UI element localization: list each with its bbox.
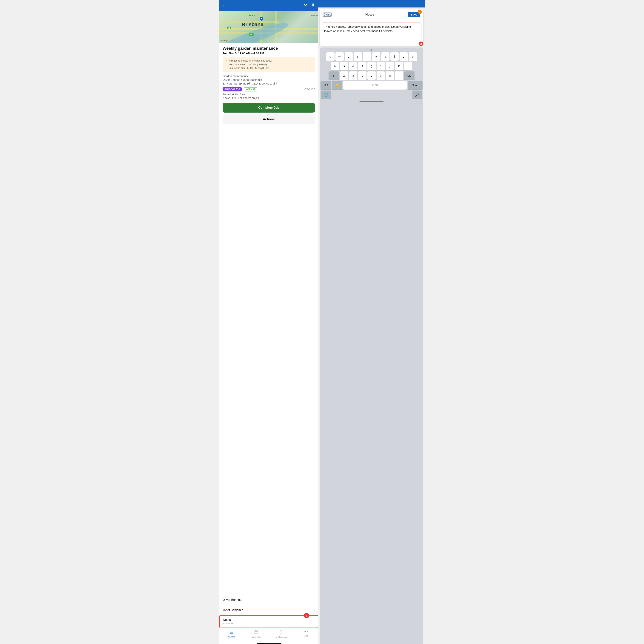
key-j[interactable]: j xyxy=(386,62,394,70)
apple-maps-label: Maps Legal xyxy=(221,39,233,42)
key-q[interactable]: q xyxy=(326,52,335,61)
agenda-label: Agenda xyxy=(228,636,235,638)
keyboard-bottom-row: 🌐 🎤 xyxy=(321,90,423,99)
contact-row-oliver[interactable]: Oliver Bennett › xyxy=(219,595,318,605)
badge-2: 2 xyxy=(419,41,423,46)
key-n[interactable]: n xyxy=(386,71,394,80)
key-d[interactable]: d xyxy=(349,62,357,70)
note-textarea[interactable] xyxy=(322,22,421,43)
key-i[interactable]: i xyxy=(390,52,399,61)
notifications-icon xyxy=(279,630,283,635)
svg-rect-1 xyxy=(255,631,258,634)
key-g[interactable]: g xyxy=(367,62,376,70)
right-panel: Close Notes Save 3 2 I K H q w e r t y xyxy=(318,0,425,644)
priority-badge: NORMAL xyxy=(244,87,257,91)
key-k[interactable]: k xyxy=(395,62,403,70)
key-c[interactable]: c xyxy=(358,71,366,80)
key-emoji[interactable]: 😊 xyxy=(332,81,342,90)
local-time-text: Your local time: 11:00 AM (GMT+7) xyxy=(229,63,272,66)
timezone-warning: ⚠ This job is located in another time zo… xyxy=(223,57,315,72)
notes-label: Notes xyxy=(223,618,233,622)
badge-3: 3 xyxy=(418,10,422,14)
keyboard-hints: I K H xyxy=(321,49,423,52)
job-address: 33 North St, Spring Hill QLD 4000, Austr… xyxy=(223,82,315,85)
key-x[interactable]: x xyxy=(349,71,357,80)
key-globe[interactable]: 🌐 xyxy=(321,90,331,99)
timezone-warning-text: This job is located in another time zone… xyxy=(229,59,272,63)
key-microphone[interactable]: 🎤 xyxy=(412,90,422,99)
hint-k: K xyxy=(370,49,372,51)
agenda-icon: ▤ xyxy=(230,630,234,635)
chevron-right-icon-janet: › xyxy=(314,608,315,612)
map-badge-m3: M3 xyxy=(249,33,254,36)
key-s[interactable]: s xyxy=(340,62,348,70)
top-bar: ← xyxy=(219,0,318,11)
key-u[interactable]: u xyxy=(381,52,389,61)
region-time-text: Job region time: 14:00 PM (GMT+10) xyxy=(229,66,272,70)
keyboard-home-indicator xyxy=(359,101,384,101)
key-y[interactable]: y xyxy=(372,52,380,61)
key-h[interactable]: h xyxy=(377,62,385,70)
left-panel: ← Ter xyxy=(219,0,318,644)
warning-icon: ⚠ xyxy=(225,59,227,63)
map-label-terrace: Terrace xyxy=(248,14,255,16)
contact-row-janet[interactable]: Janet Benjamin › xyxy=(219,605,318,615)
key-e[interactable]: e xyxy=(345,52,353,61)
notes-row[interactable]: Notes Add note › 1 xyxy=(219,615,318,628)
attach-icon[interactable] xyxy=(311,3,315,9)
key-r[interactable]: r xyxy=(354,52,362,61)
notifications-label: Notifications xyxy=(275,636,287,638)
back-icon[interactable]: ← xyxy=(223,3,227,8)
contact-name-oliver: Oliver Bennett xyxy=(223,598,241,602)
modal-save-button[interactable]: Save 3 xyxy=(408,12,420,17)
key-m[interactable]: m xyxy=(395,71,403,80)
bottom-nav: ▤ Agenda Availability Notificati xyxy=(219,628,318,642)
nav-item-notifications[interactable]: Notifications xyxy=(269,630,294,638)
contact-name-janet: Janet Benjamin xyxy=(223,608,243,612)
key-o[interactable]: o xyxy=(400,52,408,61)
key-backspace[interactable]: ⌫ xyxy=(404,71,415,80)
key-123[interactable]: 123 xyxy=(321,81,331,90)
key-space[interactable]: VI EN xyxy=(343,81,407,90)
badge-1: 1 xyxy=(304,613,309,618)
notes-modal: Close Notes Save 3 2 xyxy=(320,9,423,46)
complete-job-button[interactable]: Complete Job xyxy=(223,103,315,113)
chevron-right-icon-oliver: › xyxy=(314,598,315,602)
map-label-brisbane: Brisbane xyxy=(242,21,263,27)
nav-item-more[interactable]: ••• More xyxy=(294,630,318,638)
key-z[interactable]: z xyxy=(340,71,348,80)
more-icon: ••• xyxy=(303,630,308,634)
key-b[interactable]: b xyxy=(377,71,385,80)
key-space-2[interactable] xyxy=(332,90,412,99)
key-shift[interactable]: ⇧ xyxy=(329,71,339,80)
actions-button[interactable]: Actions xyxy=(223,114,315,124)
key-v[interactable]: v xyxy=(367,71,376,80)
hint-h: H xyxy=(404,49,405,51)
key-f[interactable]: f xyxy=(358,62,366,70)
key-l[interactable]: l xyxy=(404,62,412,70)
map-label-newfa: New Fa xyxy=(311,14,318,16)
svg-point-0 xyxy=(261,18,262,19)
status-badge: IN PROGRESS xyxy=(223,87,242,91)
keyboard-row-2: a s d f g h j k l xyxy=(321,62,423,70)
map-area: Terrace Brisbane New Fa M5 M3 Maps Legal xyxy=(219,11,318,43)
key-w[interactable]: w xyxy=(335,52,344,61)
job-detail: Weekly garden maintenance Tue, Nov 5, 11… xyxy=(219,43,318,595)
link-icon[interactable] xyxy=(303,3,308,8)
job-category: Garden maintenance xyxy=(223,74,315,78)
keyboard-row-1: q w e r t y u i o p xyxy=(321,52,423,61)
right-top-bar xyxy=(318,0,425,7)
hint-i: I xyxy=(338,49,338,51)
key-enter[interactable]: Nhập xyxy=(408,81,423,90)
job-contacts: Oliver Bennett / Janet Benjamin xyxy=(223,78,315,81)
nav-item-agenda[interactable]: ▤ Agenda xyxy=(219,630,244,638)
home-indicator xyxy=(257,643,281,644)
started-info: Started at 10:28 am xyxy=(223,93,315,96)
key-t[interactable]: t xyxy=(363,52,371,61)
key-p[interactable]: p xyxy=(409,52,417,61)
key-a[interactable]: a xyxy=(331,62,339,70)
availability-icon xyxy=(254,630,258,635)
map-badge-m5: M5 xyxy=(227,27,231,29)
nav-item-availability[interactable]: Availability xyxy=(244,630,269,638)
modal-close-button[interactable]: Close xyxy=(323,13,332,17)
